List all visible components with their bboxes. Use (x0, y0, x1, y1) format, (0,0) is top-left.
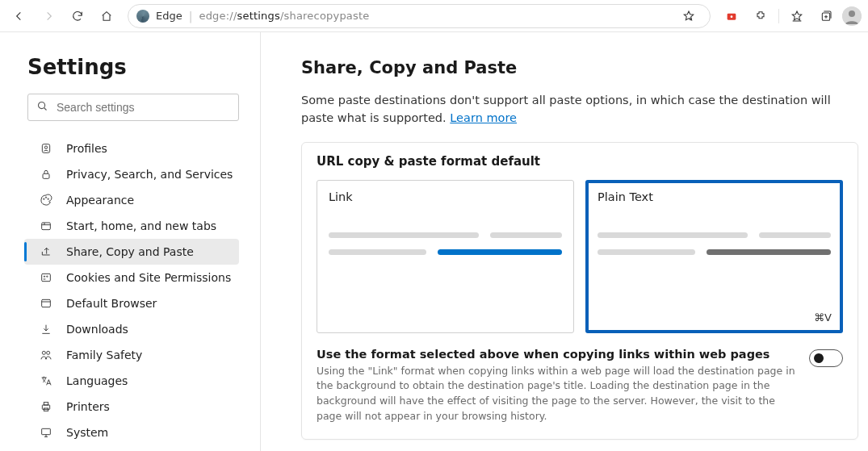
sidebar-item-reset[interactable]: Reset Settings (27, 445, 239, 451)
svg-point-19 (42, 351, 45, 354)
svg-line-7 (44, 108, 47, 111)
profile-avatar[interactable] (842, 6, 862, 26)
favorites-icon[interactable] (784, 3, 810, 29)
option-plain-text[interactable]: Plain Text ⌘V (585, 180, 843, 333)
sidebar-item-appearance[interactable]: Appearance (27, 187, 239, 213)
learn-more-link[interactable]: Learn more (450, 111, 517, 124)
toolbar-divider (778, 9, 779, 23)
search-icon (36, 100, 48, 115)
sidebar-item-languages[interactable]: Languages (27, 368, 239, 394)
option-title: Plain Text (598, 190, 831, 203)
sidebar-item-label: Start, home, and new tabs (66, 219, 216, 232)
address-url: edge://settings/sharecopypaste (199, 10, 369, 22)
option-shortcut: ⌘V (814, 311, 832, 324)
download-icon (39, 323, 52, 336)
sidebar-item-label: Profiles (66, 142, 107, 155)
svg-rect-10 (43, 173, 49, 178)
family-icon (39, 349, 52, 362)
sidebar-item-label: Family Safety (66, 349, 142, 361)
svg-rect-14 (41, 223, 50, 230)
sidebar-item-start[interactable]: Start, home, and new tabs (27, 213, 239, 239)
home-button[interactable] (94, 3, 120, 29)
svg-rect-18 (41, 299, 50, 307)
svg-rect-15 (41, 274, 50, 281)
address-bar[interactable]: Edge | edge://settings/sharecopypaste (128, 4, 711, 28)
svg-point-9 (44, 146, 47, 148)
settings-search[interactable] (27, 94, 239, 121)
browser-toolbar: Edge | edge://settings/sharecopypaste (0, 0, 868, 32)
svg-point-12 (45, 197, 46, 198)
toggle-desc: Using the "Link" format when copying lin… (317, 364, 796, 424)
capture-icon[interactable] (719, 3, 744, 29)
address-brand: Edge (156, 10, 182, 22)
address-separator: | (189, 10, 193, 23)
sidebar-item-label: Cookies and Site Permissions (66, 271, 231, 284)
card-title: URL copy & paste format default (317, 154, 843, 169)
refresh-button[interactable] (65, 3, 90, 29)
svg-rect-22 (44, 403, 48, 405)
sidebar-item-cookies[interactable]: Cookies and Site Permissions (27, 265, 239, 290)
settings-sidebar: Settings Profiles Privacy, Search, and S… (0, 32, 261, 451)
sidebar-item-privacy[interactable]: Privacy, Search, and Services (27, 161, 239, 187)
back-button[interactable] (6, 3, 32, 29)
edge-icon (136, 10, 149, 23)
share-icon (39, 245, 52, 259)
settings-title: Settings (0, 55, 260, 94)
toggle-knob (814, 353, 824, 363)
sidebar-item-label: System (66, 426, 108, 439)
sidebar-item-downloads[interactable]: Downloads (27, 316, 239, 342)
settings-nav: Profiles Privacy, Search, and Services A… (0, 132, 260, 451)
languages-icon (39, 374, 52, 388)
sidebar-item-family[interactable]: Family Safety (27, 342, 239, 368)
svg-rect-21 (42, 405, 49, 409)
sidebar-item-profiles[interactable]: Profiles (27, 136, 239, 161)
browser-icon (39, 297, 52, 311)
sidebar-item-label: Privacy, Search, and Services (66, 168, 233, 181)
option-illustration (598, 232, 831, 255)
appearance-icon (39, 194, 52, 207)
sidebar-item-label: Downloads (66, 323, 128, 336)
svg-point-16 (44, 276, 44, 277)
profile-icon (39, 142, 52, 156)
svg-rect-24 (41, 428, 50, 434)
favorite-star-icon[interactable] (676, 3, 702, 29)
sidebar-item-system[interactable]: System (27, 420, 239, 445)
sidebar-item-default-browser[interactable]: Default Browser (27, 290, 239, 316)
settings-main: Share, Copy and Paste Some paste destina… (261, 32, 868, 451)
page-title: Share, Copy and Paste (301, 58, 857, 77)
lock-icon (39, 168, 52, 182)
forward-button (36, 3, 61, 29)
search-input[interactable] (57, 101, 230, 114)
extensions-icon[interactable] (748, 3, 774, 29)
sidebar-item-label: Printers (66, 400, 110, 413)
page-lead: Some paste destinations don't support al… (301, 92, 850, 127)
system-icon (39, 426, 52, 440)
toggle-switch[interactable] (809, 349, 843, 367)
sidebar-item-label: Share, Copy and Paste (66, 245, 194, 258)
sidebar-item-label: Default Browser (66, 297, 157, 310)
option-link[interactable]: Link (317, 180, 574, 333)
sidebar-item-label: Appearance (66, 194, 134, 207)
option-title: Link (329, 190, 562, 203)
format-card: URL copy & paste format default Link Pla… (301, 142, 858, 440)
permissions-icon (39, 271, 52, 285)
option-illustration (329, 232, 562, 255)
svg-point-17 (46, 276, 47, 277)
sidebar-item-printers[interactable]: Printers (27, 394, 239, 420)
svg-point-11 (43, 198, 44, 199)
svg-point-13 (48, 198, 48, 199)
svg-point-6 (39, 102, 45, 109)
collections-icon[interactable] (813, 3, 839, 29)
svg-point-5 (849, 10, 855, 17)
toggle-title: Use the format selected above when copyi… (317, 348, 796, 361)
svg-point-1 (730, 15, 733, 18)
tabs-icon (39, 219, 52, 233)
sidebar-item-share-copy-paste[interactable]: Share, Copy and Paste (24, 239, 239, 265)
svg-point-20 (46, 351, 49, 354)
sidebar-item-label: Languages (66, 374, 128, 387)
printer-icon (39, 400, 52, 414)
